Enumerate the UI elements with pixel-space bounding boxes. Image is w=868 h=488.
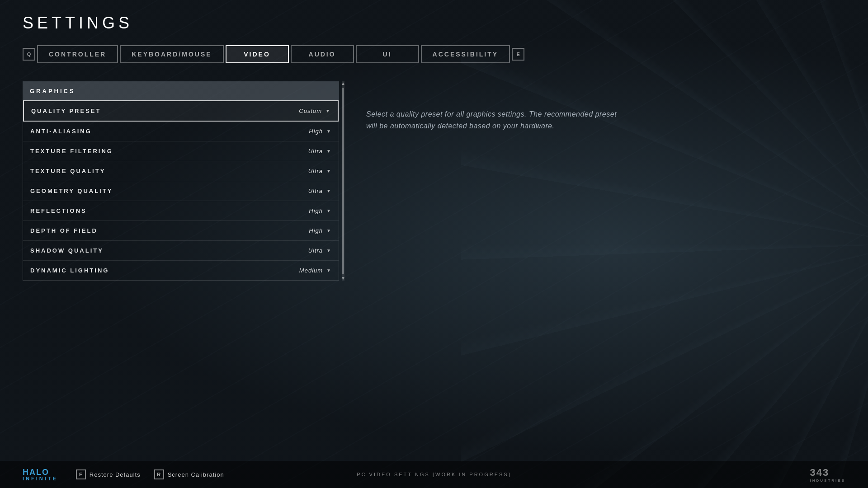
- geometry-quality-value: Ultra ▼: [308, 188, 331, 194]
- left-key-indicator: Q: [23, 48, 35, 61]
- screen-calibration-label: Screen Calibration: [168, 471, 224, 478]
- bottom-bar: HALO INFINITE F Restore Defaults R Scree…: [0, 461, 868, 488]
- chevron-down-icon: ▼: [326, 268, 331, 273]
- bottom-actions: F Restore Defaults R Screen Calibration: [76, 469, 224, 479]
- tab-controller[interactable]: CONTROLLER: [37, 45, 118, 63]
- chevron-down-icon: ▼: [326, 108, 330, 113]
- page-title: SETTINGS: [23, 14, 845, 33]
- texture-filtering-value: Ultra ▼: [308, 148, 331, 155]
- screen-calibration-key: R: [154, 469, 164, 479]
- settings-list: QUALITY PRESET Custom ▼ ANTI-ALIASING Hi…: [23, 100, 339, 281]
- tab-accessibility[interactable]: ACCESSIBILITY: [421, 45, 510, 63]
- halo-infinite-logo: HALO INFINITE: [23, 468, 58, 481]
- shadow-quality-value: Ultra ▼: [308, 247, 331, 254]
- bottom-center-text: PC VIDEO SETTINGS [WORK IN PROGRESS]: [357, 472, 511, 477]
- chevron-down-icon: ▼: [326, 228, 331, 233]
- main-layout: GRAPHICS QUALITY PRESET Custom ▼ ANTI-AL…: [23, 81, 845, 281]
- restore-defaults-key: F: [76, 469, 86, 479]
- graphics-label: GRAPHICS: [30, 88, 75, 94]
- setting-texture-filtering[interactable]: TEXTURE FILTERING Ultra ▼: [23, 141, 339, 161]
- settings-panel: GRAPHICS QUALITY PRESET Custom ▼ ANTI-AL…: [23, 81, 339, 281]
- chevron-down-icon: ▼: [326, 129, 331, 134]
- description-text: Select a quality preset for all graphics…: [366, 108, 619, 131]
- studio-name: INDUSTRIES: [810, 479, 845, 483]
- tab-ui[interactable]: UI: [356, 45, 419, 63]
- tab-audio[interactable]: AUDIO: [291, 45, 354, 63]
- reflections-value: High ▼: [309, 207, 331, 214]
- nav-tabs-container: Q CONTROLLER KEYBOARD/MOUSE VIDEO AUDIO …: [23, 45, 845, 63]
- restore-defaults-action[interactable]: F Restore Defaults: [76, 469, 141, 479]
- setting-depth-of-field[interactable]: DEPTH OF FIELD High ▼: [23, 221, 339, 241]
- setting-anti-aliasing[interactable]: ANTI-ALIASING High ▼: [23, 122, 339, 141]
- description-panel: Select a quality preset for all graphics…: [366, 81, 845, 131]
- scroll-down-arrow[interactable]: ▼: [341, 276, 345, 281]
- anti-aliasing-value: High ▼: [309, 128, 331, 135]
- chevron-down-icon: ▼: [326, 208, 331, 213]
- quality-preset-value: Custom ▼: [299, 108, 330, 114]
- tab-keyboard-mouse[interactable]: KEYBOARD/MOUSE: [120, 45, 223, 63]
- right-key-indicator: E: [512, 48, 524, 61]
- chevron-down-icon: ▼: [326, 169, 331, 174]
- setting-quality-preset[interactable]: QUALITY PRESET Custom ▼: [23, 100, 339, 122]
- depth-of-field-value: High ▼: [309, 227, 331, 234]
- screen-calibration-action[interactable]: R Screen Calibration: [154, 469, 224, 479]
- setting-shadow-quality[interactable]: SHADOW QUALITY Ultra ▼: [23, 241, 339, 261]
- chevron-down-icon: ▼: [326, 188, 331, 193]
- texture-quality-value: Ultra ▼: [308, 168, 331, 174]
- scroll-thumb[interactable]: [342, 88, 344, 274]
- graphics-section-header: GRAPHICS: [23, 81, 339, 100]
- dynamic-lighting-value: Medium ▼: [299, 267, 331, 274]
- chevron-down-icon: ▼: [326, 149, 331, 154]
- logo-infinite-text: INFINITE: [23, 476, 58, 481]
- setting-texture-quality[interactable]: TEXTURE QUALITY Ultra ▼: [23, 161, 339, 181]
- setting-geometry-quality[interactable]: GEOMETRY QUALITY Ultra ▼: [23, 181, 339, 201]
- tab-video[interactable]: VIDEO: [226, 45, 289, 63]
- setting-dynamic-lighting[interactable]: DYNAMIC LIGHTING Medium ▼: [23, 261, 339, 280]
- chevron-down-icon: ▼: [326, 248, 331, 253]
- studio-number: 343: [810, 467, 845, 479]
- setting-reflections[interactable]: REFLECTIONS High ▼: [23, 201, 339, 221]
- scroll-up-arrow[interactable]: ▲: [341, 81, 345, 86]
- restore-defaults-label: Restore Defaults: [90, 471, 141, 478]
- studio-logo: 343 INDUSTRIES: [810, 467, 845, 483]
- logo-halo-text: HALO: [23, 468, 58, 476]
- scrollbar[interactable]: ▲ ▼: [342, 81, 344, 281]
